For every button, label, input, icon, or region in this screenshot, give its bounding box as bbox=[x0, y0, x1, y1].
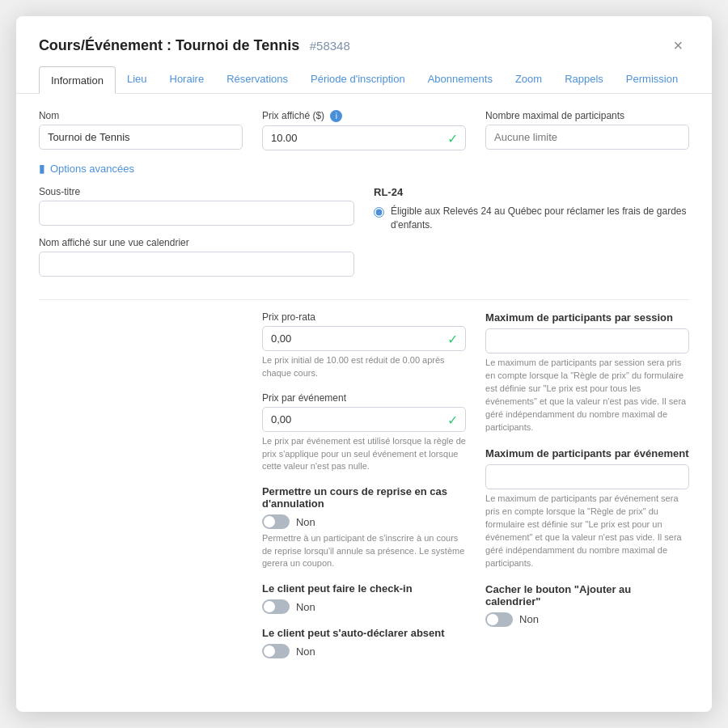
max-session-label: Maximum de participants par session bbox=[485, 311, 689, 324]
prix-input[interactable] bbox=[262, 125, 466, 150]
divider-1 bbox=[39, 299, 689, 300]
max-session-input[interactable] bbox=[485, 328, 689, 353]
checkin-label: Le client peut faire le check-in bbox=[262, 582, 466, 595]
prix-evenement-label: Prix par événement bbox=[262, 392, 466, 404]
prix-evenement-wrapper: ✓ bbox=[262, 407, 466, 432]
left-col bbox=[39, 311, 243, 671]
autodeclarer-toggle-row: Non bbox=[262, 644, 466, 658]
rl24-title: RL-24 bbox=[374, 186, 689, 198]
max-evenement-block: Maximum de participants par événement Le… bbox=[485, 447, 689, 570]
autodeclarer-block: Le client peut s'auto-déclarer absent No… bbox=[262, 627, 466, 658]
prix-prorata-input[interactable] bbox=[262, 326, 466, 351]
nom-label: Nom bbox=[39, 110, 243, 121]
close-button[interactable]: × bbox=[667, 34, 689, 57]
max-session-info: Le maximum de participants par session s… bbox=[485, 357, 689, 434]
participants-label: Nombre maximal de participants bbox=[485, 110, 689, 121]
autodeclarer-toggle-label: Non bbox=[296, 645, 315, 658]
modal-title: Cours/Événement : Tournoi de Tennis bbox=[39, 37, 299, 53]
main-section-grid: Prix pro-rata ✓ Le prix initial de 10.00… bbox=[39, 311, 689, 671]
nom-calendrier-group: Nom affiché sur une vue calendrier bbox=[39, 237, 354, 277]
prix-prorata-info: Le prix initial de 10.00 est réduit de 0… bbox=[262, 354, 466, 379]
center-col: Prix pro-rata ✓ Le prix initial de 10.00… bbox=[262, 311, 466, 671]
nom-calendrier-label: Nom affiché sur une vue calendrier bbox=[39, 237, 354, 248]
prix-prorata-block: Prix pro-rata ✓ Le prix initial de 10.00… bbox=[262, 311, 466, 379]
tab-horaire[interactable]: Horaire bbox=[159, 66, 216, 93]
prix-label: Prix affiché ($) i bbox=[262, 110, 466, 122]
tab-abonnements[interactable]: Abonnements bbox=[417, 66, 504, 93]
checkin-toggle[interactable] bbox=[262, 599, 290, 614]
cacher-label: Cacher le bouton "Ajouter au calendrier" bbox=[485, 583, 689, 607]
prix-evenement-info: Le prix par événement est utilisé lorsqu… bbox=[262, 435, 466, 472]
rl24-radio-text: Éligible aux Relevés 24 au Québec pour r… bbox=[391, 205, 689, 232]
max-session-block: Maximum de participants par session Le m… bbox=[485, 311, 689, 434]
autodeclarer-label: Le client peut s'auto-déclarer absent bbox=[262, 627, 466, 639]
tab-periode[interactable]: Période d'inscription bbox=[299, 66, 417, 93]
tab-lieu[interactable]: Lieu bbox=[116, 66, 159, 93]
reprise-label: Permettre un cours de reprise en cas d'a… bbox=[262, 485, 466, 510]
max-evenement-info: Le maximum de participants par événement… bbox=[485, 493, 689, 570]
checkin-toggle-row: Non bbox=[262, 599, 466, 614]
sous-titre-input[interactable] bbox=[39, 201, 354, 226]
advanced-label: Options avancées bbox=[50, 163, 134, 175]
nom-calendrier-input[interactable] bbox=[39, 252, 354, 277]
prix-prorata-check-icon: ✓ bbox=[447, 331, 458, 346]
prix-info-icon[interactable]: i bbox=[330, 110, 342, 122]
prix-prorata-label: Prix pro-rata bbox=[262, 311, 466, 323]
rl24-radio-row: Éligible aux Relevés 24 au Québec pour r… bbox=[374, 205, 689, 232]
prix-check-icon: ✓ bbox=[447, 130, 458, 146]
prix-evenement-check-icon: ✓ bbox=[447, 412, 458, 427]
participants-input[interactable] bbox=[485, 125, 689, 150]
tab-zoom[interactable]: Zoom bbox=[504, 66, 553, 93]
checkin-block: Le client peut faire le check-in Non bbox=[262, 582, 466, 614]
modal-title-area: Cours/Événement : Tournoi de Tennis #583… bbox=[39, 37, 350, 54]
modal-id: #58348 bbox=[310, 39, 350, 53]
reprise-toggle-row: Non bbox=[262, 514, 466, 529]
reprise-info: Permettre à un participant de s'inscrire… bbox=[262, 532, 466, 569]
sous-titre-label: Sous-titre bbox=[39, 186, 354, 197]
reprise-toggle[interactable] bbox=[262, 514, 290, 529]
tab-information[interactable]: Information bbox=[39, 66, 116, 94]
modal-header: Cours/Événement : Tournoi de Tennis #583… bbox=[16, 16, 712, 66]
minus-icon: ▮ bbox=[39, 162, 45, 175]
advanced-row: Sous-titre Nom affiché sur une vue calen… bbox=[39, 186, 689, 288]
nom-group: Nom bbox=[39, 110, 243, 150]
tab-permission[interactable]: Permission bbox=[615, 66, 689, 93]
prix-prorata-wrapper: ✓ bbox=[262, 326, 466, 351]
left-advanced: Sous-titre Nom affiché sur une vue calen… bbox=[39, 186, 354, 288]
sous-titre-group: Sous-titre bbox=[39, 186, 354, 226]
reprise-block: Permettre un cours de reprise en cas d'a… bbox=[262, 485, 466, 569]
checkin-toggle-label: Non bbox=[296, 601, 315, 613]
prix-input-wrapper: ✓ bbox=[262, 125, 466, 150]
cacher-toggle[interactable] bbox=[485, 612, 513, 627]
tab-reservations[interactable]: Réservations bbox=[215, 66, 299, 93]
max-evenement-label: Maximum de participants par événement bbox=[485, 447, 689, 459]
prix-evenement-input[interactable] bbox=[262, 407, 466, 432]
tabs-bar: Information Lieu Horaire Réservations Pé… bbox=[16, 66, 712, 94]
cacher-toggle-label: Non bbox=[519, 613, 539, 625]
right-col: Maximum de participants par session Le m… bbox=[485, 311, 689, 671]
cacher-block: Cacher le bouton "Ajouter au calendrier"… bbox=[485, 583, 689, 627]
rl24-radio[interactable] bbox=[374, 207, 384, 218]
reprise-toggle-label: Non bbox=[296, 516, 315, 528]
max-evenement-input[interactable] bbox=[485, 464, 689, 489]
nom-input[interactable] bbox=[39, 125, 243, 150]
tab-rappels[interactable]: Rappels bbox=[553, 66, 615, 93]
top-form-row: Nom Prix affiché ($) i ✓ Nombre maximal … bbox=[39, 110, 689, 162]
participants-group: Nombre maximal de participants bbox=[485, 110, 689, 150]
modal: Cours/Événement : Tournoi de Tennis #583… bbox=[16, 16, 712, 712]
prix-group: Prix affiché ($) i ✓ bbox=[262, 110, 466, 150]
autodeclarer-toggle[interactable] bbox=[262, 644, 290, 658]
modal-body: Nom Prix affiché ($) i ✓ Nombre maximal … bbox=[16, 94, 712, 694]
advanced-toggle-button[interactable]: ▮ Options avancées bbox=[39, 162, 134, 175]
cacher-toggle-row: Non bbox=[485, 612, 689, 627]
prix-evenement-block: Prix par événement ✓ Le prix par événeme… bbox=[262, 392, 466, 472]
right-advanced-rl24: RL-24 Éligible aux Relevés 24 au Québec … bbox=[374, 186, 689, 288]
